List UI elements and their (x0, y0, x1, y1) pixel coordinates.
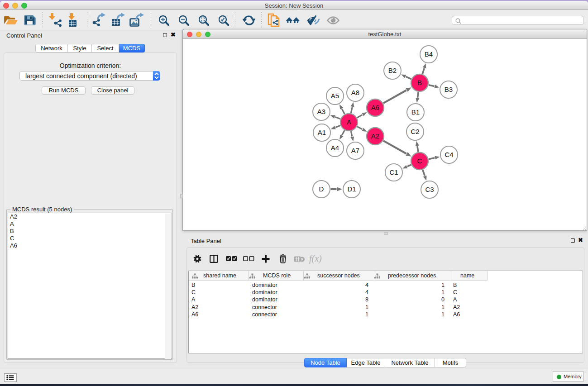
svg-text:A8: A8 (351, 89, 359, 96)
svg-text:A5: A5 (331, 92, 339, 100)
svg-text:A: A (347, 118, 351, 126)
svg-text:D1: D1 (347, 185, 356, 193)
svg-text:A2: A2 (371, 132, 379, 140)
svg-text:B: B (417, 79, 422, 86)
svg-text:A7: A7 (351, 147, 359, 154)
svg-text:C1: C1 (389, 168, 398, 176)
svg-text:C2: C2 (411, 128, 419, 135)
svg-text:B4: B4 (425, 50, 433, 58)
svg-text:C4: C4 (445, 151, 453, 158)
svg-text:A6: A6 (371, 104, 379, 111)
svg-text:A3: A3 (317, 108, 325, 115)
svg-text:D: D (319, 185, 324, 193)
svg-text:C3: C3 (425, 186, 434, 193)
svg-text:A4: A4 (331, 144, 339, 152)
svg-text:B1: B1 (411, 108, 420, 116)
svg-text:B2: B2 (388, 67, 397, 74)
svg-text:A1: A1 (318, 129, 326, 136)
svg-text:C: C (417, 157, 422, 165)
svg-text:B3: B3 (445, 86, 453, 93)
